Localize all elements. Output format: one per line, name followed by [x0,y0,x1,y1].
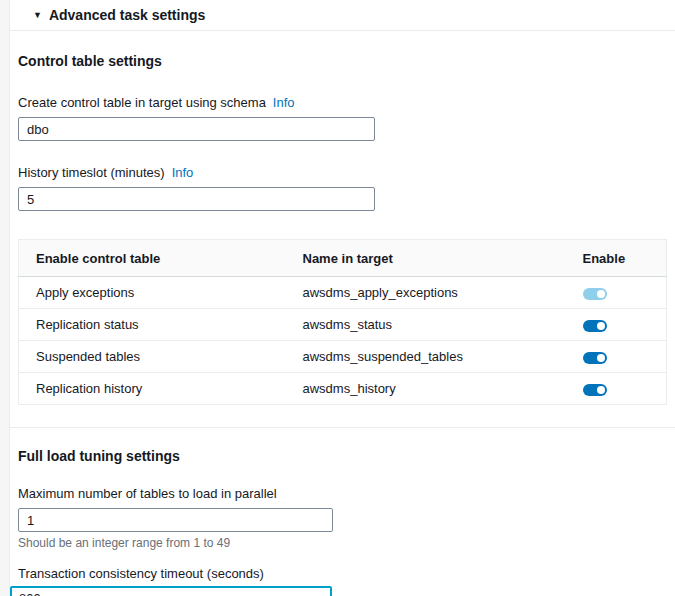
row-toggle-cell [566,373,667,405]
history-timeslot-input[interactable] [18,187,375,211]
toggle-knob [597,386,605,394]
replication-status-toggle[interactable] [583,320,607,332]
history-label-text: History timeslot (minutes) [18,165,165,180]
max-parallel-input[interactable] [18,508,333,532]
schema-info-link[interactable]: Info [273,95,295,110]
row-toggle-cell [566,277,667,309]
row-name: Apply exceptions [19,277,286,309]
toggle-knob [597,290,605,298]
history-info-link[interactable]: Info [172,165,194,180]
schema-label-text: Create control table in target using sch… [18,95,266,110]
table-row-apply-exceptions: Apply exceptions awsdms_apply_exceptions [19,277,667,309]
toggle-knob [597,354,605,362]
expander-title: Advanced task settings [49,7,205,23]
row-toggle-cell [566,309,667,341]
column-header-enable: Enable [566,240,667,277]
replication-history-toggle[interactable] [583,384,607,396]
full-load-tuning-section: Full load tuning settings Maximum number… [10,448,675,596]
full-load-tuning-title: Full load tuning settings [18,448,666,464]
row-name-in-target: awsdms_suspended_tables [286,341,566,373]
table-row-suspended-tables: Suspended tables awsdms_suspended_tables [19,341,667,373]
row-name: Replication history [19,373,286,405]
left-gutter [0,0,10,596]
row-name-in-target: awsdms_apply_exceptions [286,277,566,309]
suspended-tables-toggle[interactable] [583,352,607,364]
collapse-triangle-icon: ▼ [33,10,42,20]
advanced-task-settings-page: ▼ Advanced task settings Control table s… [0,0,675,596]
max-parallel-helper-text: Should be an integer range from 1 to 49 [18,536,666,550]
control-table-header-row: Enable control table Name in target Enab… [19,240,667,277]
advanced-task-settings-expander[interactable]: ▼ Advanced task settings [10,0,675,31]
max-parallel-field-label: Maximum number of tables to load in para… [18,486,666,502]
toggle-knob [597,322,605,330]
apply-exceptions-toggle [583,288,607,300]
row-name-in-target: awsdms_status [286,309,566,341]
control-table-settings-section: Control table settings Create control ta… [10,53,675,405]
advanced-task-settings-panel: ▼ Advanced task settings Control table s… [10,0,675,596]
table-row-replication-status: Replication status awsdms_status [19,309,667,341]
table-row-replication-history: Replication history awsdms_history [19,373,667,405]
control-table: Enable control table Name in target Enab… [18,239,667,405]
row-name: Suspended tables [19,341,286,373]
section-divider [10,427,675,428]
row-toggle-cell [566,341,667,373]
transaction-timeout-field-label: Transaction consistency timeout (seconds… [18,566,666,582]
row-name-in-target: awsdms_history [286,373,566,405]
column-header-name-in-target: Name in target [286,240,566,277]
transaction-timeout-input[interactable] [10,586,332,596]
column-header-enable-control-table: Enable control table [19,240,286,277]
schema-input[interactable] [18,117,375,141]
history-field-label: History timeslot (minutes)Info [18,165,666,181]
schema-field-label: Create control table in target using sch… [18,95,666,111]
row-name: Replication status [19,309,286,341]
control-table-settings-title: Control table settings [18,53,666,69]
